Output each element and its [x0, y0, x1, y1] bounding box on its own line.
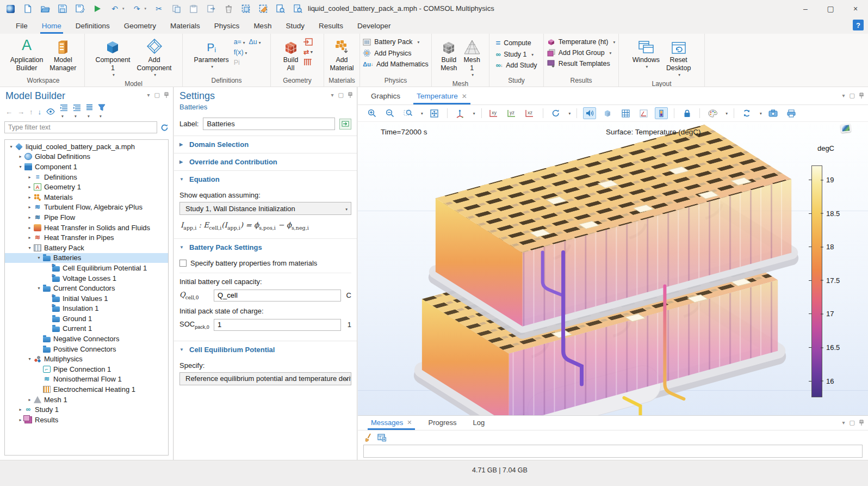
- tree-item[interactable]: ▸Materials: [5, 192, 168, 202]
- tree-item[interactable]: ▸Heat Transfer in Pipes: [5, 232, 168, 243]
- collapse-icon[interactable]: ▾: [60, 104, 68, 119]
- component-button[interactable]: Component 1▾: [92, 35, 133, 79]
- model-tree-node-text-icon[interactable]: ▾: [86, 104, 93, 119]
- result-templates-button[interactable]: Result Templates: [547, 60, 615, 67]
- specify-from-materials-checkbox[interactable]: [179, 260, 187, 267]
- section-equation[interactable]: ▼ Equation: [174, 170, 357, 188]
- add-component-button[interactable]: Add Component▾: [134, 35, 175, 79]
- panel-menu-icon[interactable]: ▾: [842, 93, 845, 99]
- section-domain-selection[interactable]: ▶ Domain Selection: [174, 136, 357, 153]
- parameters-button[interactable]: Pi Parameters▾: [191, 35, 232, 71]
- build-mesh-button[interactable]: Build Mesh: [438, 35, 460, 74]
- refresh-filter-icon[interactable]: [160, 124, 169, 132]
- expand-node-icon[interactable]: ▸: [26, 175, 34, 180]
- transparency-icon[interactable]: [601, 107, 614, 119]
- dropdown-arrow-icon[interactable]: ▾: [726, 111, 728, 116]
- menu-developer[interactable]: Developer: [350, 17, 398, 34]
- plot-thumbnail-icon[interactable]: [840, 124, 851, 133]
- study1-button[interactable]: ∞ Study 1▾: [495, 51, 537, 58]
- menu-physics[interactable]: Physics: [207, 17, 247, 34]
- menu-mesh[interactable]: Mesh: [246, 17, 278, 34]
- tree-item[interactable]: Ground 1: [5, 313, 168, 324]
- tree-item[interactable]: ▾Battery Pack: [5, 243, 168, 253]
- float-panel-icon[interactable]: ▢: [850, 419, 855, 426]
- delete-icon[interactable]: [224, 4, 233, 14]
- lock-icon[interactable]: [680, 107, 693, 119]
- dropdown-arrow-icon[interactable]: ▾: [473, 111, 475, 116]
- move-up-icon[interactable]: ↑: [29, 108, 33, 116]
- close-tab-icon[interactable]: ✕: [407, 419, 412, 426]
- menu-definitions[interactable]: Definitions: [69, 17, 117, 34]
- import-geometry-icon[interactable]: [303, 38, 313, 46]
- tree-item[interactable]: ▸Turbulent Flow, Algebraic yPlus: [5, 202, 168, 213]
- filter-icon[interactable]: ▾: [98, 104, 106, 119]
- color-legend-icon[interactable]: [655, 107, 668, 119]
- close-tab-icon[interactable]: ✕: [462, 93, 467, 100]
- menu-home[interactable]: Home: [35, 17, 69, 34]
- save-as-icon[interactable]: [75, 4, 85, 14]
- tree-item[interactable]: DInitial Values 1: [5, 293, 168, 304]
- tree-item[interactable]: ▸Definitions: [5, 172, 168, 182]
- collapse-node-icon[interactable]: ▾: [16, 164, 24, 169]
- collapse-node-icon[interactable]: ▾: [26, 356, 34, 361]
- tree-item[interactable]: ▸Heat Transfer in Solids and Fluids: [5, 223, 168, 233]
- tree-item[interactable]: Current 1: [5, 324, 168, 334]
- add-material-button[interactable]: Add Material: [327, 35, 356, 74]
- tree-item[interactable]: Pipe Connection 1: [5, 364, 168, 374]
- tree-item[interactable]: Positive Connectors: [5, 344, 168, 354]
- copy-icon[interactable]: [171, 4, 181, 14]
- add-plot-group-button[interactable]: Add Plot Group▾: [547, 49, 615, 57]
- expand-node-icon[interactable]: ▸: [26, 195, 34, 200]
- model-manager-button[interactable]: Model Manager: [47, 35, 79, 74]
- tree-item[interactable]: Negative Connectors: [5, 334, 168, 344]
- compute-button[interactable]: = Compute: [495, 38, 537, 47]
- collapse-node-icon[interactable]: ▾: [26, 245, 34, 250]
- expand-node-icon[interactable]: ▸: [26, 205, 34, 210]
- print-icon[interactable]: [785, 107, 798, 119]
- rotate-view-icon[interactable]: [549, 107, 562, 119]
- screenshot-icon[interactable]: [767, 107, 780, 119]
- capacity-input[interactable]: [214, 290, 341, 302]
- soc-input[interactable]: [214, 319, 341, 331]
- geometry-parts-icon[interactable]: [303, 58, 313, 66]
- tree-item[interactable]: ▾Multiphysics: [5, 354, 168, 364]
- reset-desktop-button[interactable]: Reset Desktop▾: [664, 35, 693, 79]
- open-file-icon[interactable]: [40, 4, 50, 14]
- float-panel-icon[interactable]: ▢: [338, 91, 344, 99]
- zoom-in-icon[interactable]: [365, 107, 379, 119]
- collapse-node-icon[interactable]: ▾: [35, 286, 43, 291]
- expand-node-icon[interactable]: ▸: [26, 397, 34, 402]
- forward-icon[interactable]: →: [17, 108, 24, 116]
- expand-icon[interactable]: ▾: [73, 104, 81, 119]
- move-down-icon[interactable]: ↓: [38, 108, 42, 116]
- duplicate-icon[interactable]: [206, 4, 216, 14]
- menu-results[interactable]: Results: [312, 17, 350, 34]
- menu-file[interactable]: File: [9, 17, 35, 34]
- copy-table-icon[interactable]: [377, 434, 386, 441]
- menu-geometry[interactable]: Geometry: [117, 17, 163, 34]
- rebuild-icon[interactable]: ⇄▾: [303, 48, 313, 56]
- tree-item[interactable]: ▾liquid_cooled_battery_pack_a.mph: [5, 142, 168, 152]
- expand-node-icon[interactable]: ▸: [16, 154, 24, 159]
- minimize-button[interactable]: –: [793, 0, 818, 17]
- tree-item[interactable]: Electrochemical Heating 1: [5, 384, 168, 395]
- build-all-button[interactable]: Build All: [281, 35, 301, 74]
- section-battery-pack-settings[interactable]: ▼ Battery Pack Settings: [174, 238, 357, 256]
- zoom-box-icon[interactable]: [401, 107, 414, 119]
- tree-item[interactable]: ▾Batteries: [5, 253, 168, 263]
- graphics-canvas[interactable]: Time=72000 s Surface: Temperature (degC)…: [358, 122, 868, 415]
- find-replace-icon[interactable]: [293, 4, 303, 14]
- undo-dropdown-icon[interactable]: ▾: [122, 7, 125, 11]
- tree-item[interactable]: ▸Study 1: [5, 404, 168, 415]
- add-physics-button[interactable]: Add Physics: [363, 49, 428, 57]
- view-xy-icon[interactable]: xy: [488, 107, 501, 119]
- zoom-out-icon[interactable]: [383, 107, 396, 119]
- redo-icon[interactable]: ↷: [132, 4, 142, 14]
- add-mathematics-button[interactable]: Δu↓ Add Mathematics: [363, 60, 428, 68]
- add-study-button[interactable]: ∞↓ Add Study: [495, 61, 537, 69]
- temperature-plot-button[interactable]: Temperature (ht)▾: [547, 38, 615, 46]
- float-panel-icon[interactable]: ▢: [850, 92, 855, 99]
- equation-assumption-select[interactable]: Study 1, Wall Distance Initialization ▾: [179, 202, 351, 215]
- expand-node-icon[interactable]: ▸: [26, 235, 34, 240]
- tree-item[interactable]: DVoltage Losses 1: [5, 273, 168, 284]
